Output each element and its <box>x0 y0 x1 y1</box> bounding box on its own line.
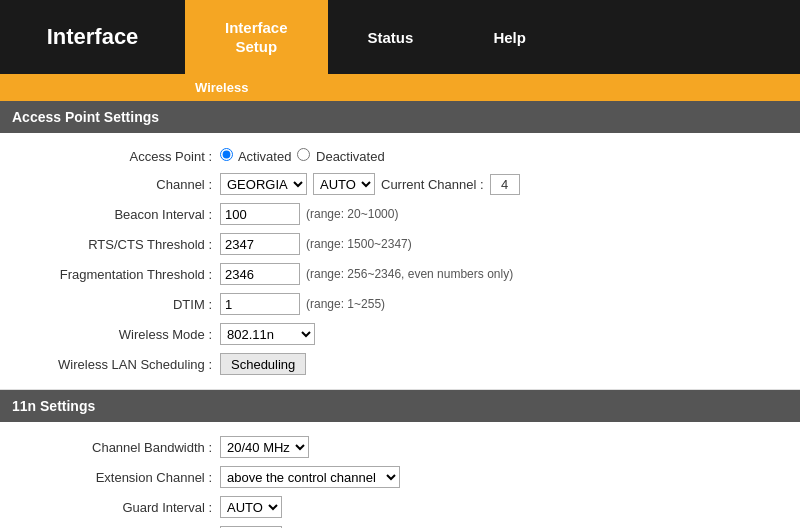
ext-channel-field: above the control channel below the cont… <box>220 466 400 488</box>
frag-threshold-field: (range: 256~2346, even numbers only) <box>220 263 513 285</box>
guard-interval-row: Guard Interval AUTO Long Short <box>0 492 800 522</box>
ext-channel-row: Extension Channel above the control chan… <box>0 462 800 492</box>
rts-threshold-label: RTS/CTS Threshold <box>0 237 220 252</box>
beacon-interval-field: (range: 20~1000) <box>220 203 398 225</box>
frag-threshold-row: Fragmentation Threshold (range: 256~2346… <box>0 259 800 289</box>
deactivated-label: Deactivated <box>316 149 385 164</box>
dtim-field: (range: 1~255) <box>220 293 385 315</box>
deactivated-option[interactable]: Deactivated <box>297 148 384 164</box>
frag-threshold-label: Fragmentation Threshold <box>0 267 220 282</box>
access-point-field: Activated Deactivated <box>220 148 385 164</box>
rts-threshold-input[interactable] <box>220 233 300 255</box>
dtim-hint: (range: 1~255) <box>306 297 385 311</box>
brand: Interface <box>0 0 185 74</box>
access-point-section-header: Access Point Settings <box>0 101 800 133</box>
beacon-interval-row: Beacon Interval (range: 20~1000) <box>0 199 800 229</box>
activated-label: Activated <box>238 149 291 164</box>
rts-threshold-field: (range: 1500~2347) <box>220 233 412 255</box>
beacon-interval-input[interactable] <box>220 203 300 225</box>
current-channel-value: 4 <box>490 174 520 195</box>
main-content: Access Point Settings Access Point Activ… <box>0 101 800 528</box>
channel-bw-row: Channel Bandwidth 20/40 MHz 20 MHz 40 MH… <box>0 432 800 462</box>
guard-interval-field: AUTO Long Short <box>220 496 282 518</box>
auto-select[interactable]: AUTO <box>313 173 375 195</box>
top-nav: Interface InterfaceSetup Status Help <box>0 0 800 74</box>
wireless-mode-label: Wireless Mode <box>0 327 220 342</box>
channel-select[interactable]: GEORGIA <box>220 173 307 195</box>
deactivated-radio[interactable] <box>297 148 310 161</box>
dtim-label: DTIM <box>0 297 220 312</box>
wireless-mode-field: 802.11n 802.11b 802.11g 802.11b/g 802.11… <box>220 323 315 345</box>
tab-help[interactable]: Help <box>453 0 566 74</box>
dtim-input[interactable] <box>220 293 300 315</box>
channel-row: Channel GEORGIA AUTO Current Channel : 4 <box>0 169 800 199</box>
access-point-label: Access Point <box>0 149 220 164</box>
ext-channel-label: Extension Channel <box>0 470 220 485</box>
11n-form: Channel Bandwidth 20/40 MHz 20 MHz 40 MH… <box>0 422 800 528</box>
rts-threshold-hint: (range: 1500~2347) <box>306 237 412 251</box>
subnav-wireless[interactable]: Wireless <box>185 74 258 101</box>
rts-threshold-row: RTS/CTS Threshold (range: 1500~2347) <box>0 229 800 259</box>
channel-label: Channel <box>0 177 220 192</box>
sub-nav: Wireless <box>0 74 800 101</box>
activated-radio[interactable] <box>220 148 233 161</box>
frag-threshold-hint: (range: 256~2346, even numbers only) <box>306 267 513 281</box>
wireless-scheduling-label: Wireless LAN Scheduling <box>0 357 220 372</box>
beacon-interval-label: Beacon Interval <box>0 207 220 222</box>
guard-interval-label: Guard Interval <box>0 500 220 515</box>
tab-interface-setup-label: InterfaceSetup <box>225 18 288 57</box>
current-channel-label: Current Channel : <box>381 177 484 192</box>
scheduling-button[interactable]: Scheduling <box>220 353 306 375</box>
dtim-row: DTIM (range: 1~255) <box>0 289 800 319</box>
channel-field: GEORGIA AUTO Current Channel : 4 <box>220 173 520 195</box>
frag-threshold-input[interactable] <box>220 263 300 285</box>
channel-bw-select[interactable]: 20/40 MHz 20 MHz 40 MHz <box>220 436 309 458</box>
access-point-row: Access Point Activated Deactivated <box>0 143 800 169</box>
channel-bw-label: Channel Bandwidth <box>0 440 220 455</box>
tab-help-label: Help <box>493 29 526 46</box>
nav-tabs: InterfaceSetup Status Help <box>185 0 800 74</box>
access-point-form: Access Point Activated Deactivated Chann… <box>0 133 800 389</box>
tab-status-label: Status <box>368 29 414 46</box>
wireless-mode-select[interactable]: 802.11n 802.11b 802.11g 802.11b/g 802.11… <box>220 323 315 345</box>
beacon-interval-hint: (range: 20~1000) <box>306 207 398 221</box>
wireless-scheduling-row: Wireless LAN Scheduling Scheduling <box>0 349 800 379</box>
tab-interface-setup[interactable]: InterfaceSetup <box>185 0 328 74</box>
mcs-row: MCS AUTO 0123 4567 <box>0 522 800 528</box>
ext-channel-select[interactable]: above the control channel below the cont… <box>220 466 400 488</box>
activated-option[interactable]: Activated <box>220 148 291 164</box>
tab-status[interactable]: Status <box>328 0 454 74</box>
wireless-mode-row: Wireless Mode 802.11n 802.11b 802.11g 80… <box>0 319 800 349</box>
11n-section-header: 11n Settings <box>0 390 800 422</box>
wireless-scheduling-field: Scheduling <box>220 353 306 375</box>
channel-bw-field: 20/40 MHz 20 MHz 40 MHz <box>220 436 309 458</box>
guard-interval-select[interactable]: AUTO Long Short <box>220 496 282 518</box>
